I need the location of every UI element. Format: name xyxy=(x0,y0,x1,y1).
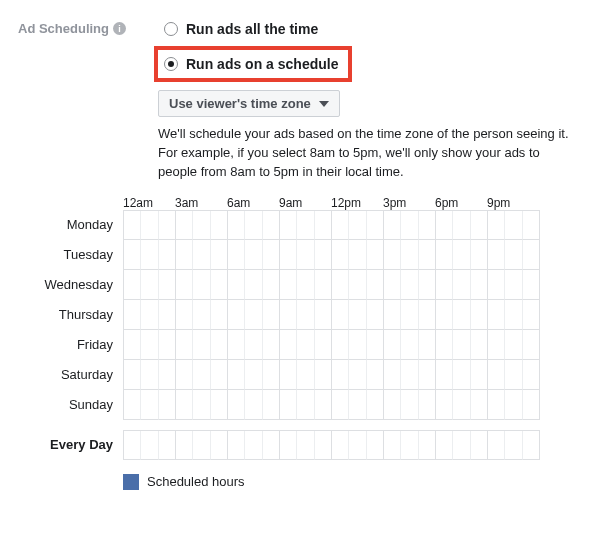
schedule-cell[interactable] xyxy=(280,360,297,390)
schedule-cell[interactable] xyxy=(523,300,540,330)
schedule-cell[interactable] xyxy=(453,240,470,270)
schedule-cell[interactable] xyxy=(349,240,366,270)
schedule-cell[interactable] xyxy=(332,240,349,270)
schedule-cell[interactable] xyxy=(159,300,176,330)
schedule-cell[interactable] xyxy=(384,211,401,240)
schedule-cell[interactable] xyxy=(419,431,436,460)
schedule-cell[interactable] xyxy=(367,300,384,330)
schedule-cell[interactable] xyxy=(384,270,401,300)
schedule-cell[interactable] xyxy=(159,211,176,240)
schedule-cell[interactable] xyxy=(245,330,262,360)
schedule-cell[interactable] xyxy=(401,270,418,300)
schedule-cell[interactable] xyxy=(436,300,453,330)
schedule-cell[interactable] xyxy=(488,360,505,390)
schedule-cell[interactable] xyxy=(315,240,332,270)
schedule-cell[interactable] xyxy=(193,300,210,330)
schedule-cell[interactable] xyxy=(297,360,314,390)
schedule-cell[interactable] xyxy=(263,360,280,390)
schedule-cell[interactable] xyxy=(193,360,210,390)
schedule-cell[interactable] xyxy=(263,390,280,420)
schedule-cell[interactable] xyxy=(332,330,349,360)
schedule-cell[interactable] xyxy=(453,390,470,420)
schedule-cell[interactable] xyxy=(505,240,522,270)
schedule-cell[interactable] xyxy=(315,211,332,240)
schedule-cell[interactable] xyxy=(384,330,401,360)
schedule-cell[interactable] xyxy=(280,300,297,330)
schedule-cell[interactable] xyxy=(488,300,505,330)
timezone-dropdown[interactable]: Use viewer's time zone xyxy=(158,90,340,117)
schedule-cell[interactable] xyxy=(141,300,158,330)
schedule-cell[interactable] xyxy=(141,390,158,420)
schedule-cell[interactable] xyxy=(488,240,505,270)
schedule-cell[interactable] xyxy=(211,300,228,330)
schedule-cell[interactable] xyxy=(280,270,297,300)
schedule-cell[interactable] xyxy=(419,240,436,270)
schedule-cell[interactable] xyxy=(228,431,245,460)
schedule-cell[interactable] xyxy=(193,240,210,270)
schedule-cell[interactable] xyxy=(211,360,228,390)
schedule-cell[interactable] xyxy=(471,390,488,420)
schedule-cell[interactable] xyxy=(453,360,470,390)
schedule-cell[interactable] xyxy=(193,431,210,460)
schedule-cell[interactable] xyxy=(297,330,314,360)
schedule-cell[interactable] xyxy=(523,360,540,390)
schedule-cell[interactable] xyxy=(228,360,245,390)
schedule-cell[interactable] xyxy=(124,240,141,270)
schedule-cell[interactable] xyxy=(315,330,332,360)
schedule-cell[interactable] xyxy=(280,330,297,360)
schedule-cell[interactable] xyxy=(505,300,522,330)
schedule-cell[interactable] xyxy=(419,300,436,330)
schedule-cell[interactable] xyxy=(471,270,488,300)
schedule-cell[interactable] xyxy=(176,360,193,390)
schedule-cell[interactable] xyxy=(401,431,418,460)
schedule-cell[interactable] xyxy=(211,270,228,300)
schedule-cell[interactable] xyxy=(176,211,193,240)
schedule-cell[interactable] xyxy=(159,240,176,270)
schedule-cell[interactable] xyxy=(453,211,470,240)
schedule-cell[interactable] xyxy=(367,240,384,270)
schedule-cell[interactable] xyxy=(453,431,470,460)
schedule-cell[interactable] xyxy=(176,390,193,420)
schedule-cell[interactable] xyxy=(367,360,384,390)
schedule-cell[interactable] xyxy=(453,330,470,360)
schedule-cell[interactable] xyxy=(471,330,488,360)
schedule-cell[interactable] xyxy=(401,390,418,420)
schedule-cell[interactable] xyxy=(245,240,262,270)
schedule-cell[interactable] xyxy=(349,270,366,300)
schedule-cell[interactable] xyxy=(193,390,210,420)
schedule-cell[interactable] xyxy=(453,270,470,300)
schedule-cell[interactable] xyxy=(176,431,193,460)
schedule-cell[interactable] xyxy=(505,390,522,420)
schedule-cell[interactable] xyxy=(124,390,141,420)
schedule-cell[interactable] xyxy=(228,300,245,330)
schedule-cell[interactable] xyxy=(280,431,297,460)
schedule-cell[interactable] xyxy=(471,300,488,330)
schedule-cell[interactable] xyxy=(263,240,280,270)
schedule-cell[interactable] xyxy=(419,390,436,420)
schedule-cell[interactable] xyxy=(436,330,453,360)
schedule-cell[interactable] xyxy=(367,270,384,300)
schedule-cell[interactable] xyxy=(505,360,522,390)
schedule-cell[interactable] xyxy=(245,360,262,390)
schedule-cell[interactable] xyxy=(349,300,366,330)
schedule-cell[interactable] xyxy=(211,330,228,360)
schedule-cell[interactable] xyxy=(471,431,488,460)
schedule-cell[interactable] xyxy=(523,330,540,360)
schedule-cell[interactable] xyxy=(228,330,245,360)
schedule-cell[interactable] xyxy=(315,300,332,330)
schedule-cell[interactable] xyxy=(436,360,453,390)
radio-run-all-time[interactable]: Run ads all the time xyxy=(158,18,352,40)
schedule-cell[interactable] xyxy=(349,390,366,420)
schedule-cell[interactable] xyxy=(141,360,158,390)
schedule-cell[interactable] xyxy=(141,211,158,240)
schedule-cell[interactable] xyxy=(401,330,418,360)
schedule-cell[interactable] xyxy=(263,300,280,330)
schedule-cell[interactable] xyxy=(141,330,158,360)
schedule-cell[interactable] xyxy=(488,330,505,360)
schedule-cell[interactable] xyxy=(436,211,453,240)
schedule-cell[interactable] xyxy=(332,300,349,330)
schedule-cell[interactable] xyxy=(228,390,245,420)
schedule-cell[interactable] xyxy=(263,330,280,360)
schedule-cell[interactable] xyxy=(193,330,210,360)
schedule-cell[interactable] xyxy=(523,211,540,240)
